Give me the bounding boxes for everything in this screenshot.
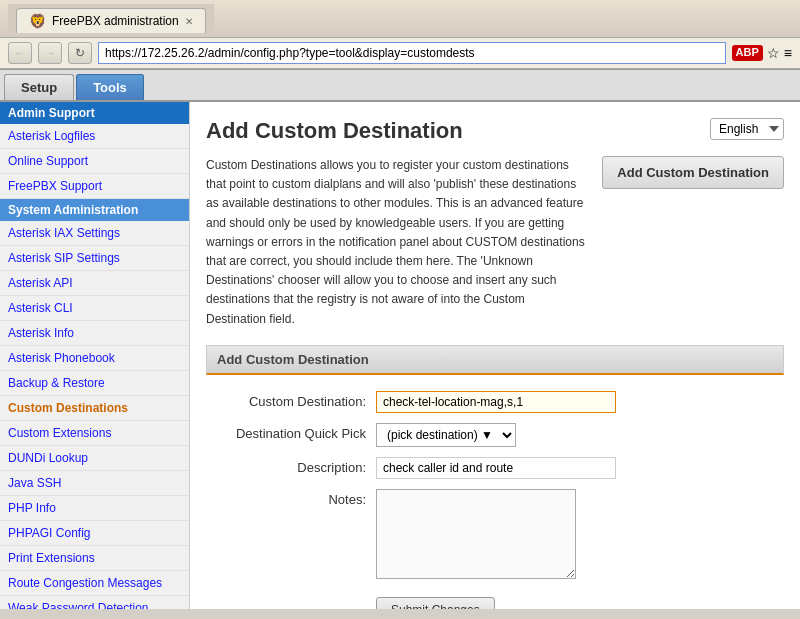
language-selector-container: English French Spanish	[710, 118, 784, 140]
sidebar-item-phpagi-config[interactable]: PHPAGI Config	[0, 521, 189, 546]
sidebar-item-freepbx-support[interactable]: FreePBX Support	[0, 174, 189, 199]
freepbx-icon: 🦁	[29, 13, 46, 29]
tab-tools[interactable]: Tools	[76, 74, 144, 100]
main-content: English French Spanish Add Custom Destin…	[190, 102, 800, 609]
menu-icon[interactable]: ≡	[784, 45, 792, 61]
custom-destination-row: Custom Destination:	[206, 391, 784, 413]
tab-setup[interactable]: Setup	[4, 74, 74, 100]
sidebar-item-asterisk-logfiles[interactable]: Asterisk Logfiles	[0, 124, 189, 149]
language-select[interactable]: English French Spanish	[710, 118, 784, 140]
description-input[interactable]	[376, 457, 616, 479]
sidebar-item-asterisk-phonebook[interactable]: Asterisk Phonebook	[0, 346, 189, 371]
notes-row: Notes:	[206, 489, 784, 579]
page-title: Add Custom Destination	[206, 118, 784, 144]
sidebar-admin-support-header: Admin Support	[0, 102, 189, 124]
form-section-header: Add Custom Destination	[206, 345, 784, 375]
sidebar-item-php-info[interactable]: PHP Info	[0, 496, 189, 521]
tab-bar: 🦁 FreePBX administration ✕	[8, 4, 214, 33]
custom-destination-label: Custom Destination:	[206, 391, 366, 409]
submit-changes-button[interactable]: Submit Changes	[376, 597, 495, 609]
sidebar-item-asterisk-api[interactable]: Asterisk API	[0, 271, 189, 296]
notes-textarea[interactable]	[376, 489, 576, 579]
back-button[interactable]: ←	[8, 42, 32, 64]
sidebar-item-weak-password[interactable]: Weak Password Detection	[0, 596, 189, 609]
address-bar: ← → ↻ ABP ☆ ≡	[0, 38, 800, 69]
sidebar-system-admin-header: System Administration	[0, 199, 189, 221]
destination-quick-pick-label: Destination Quick Pick	[206, 423, 366, 441]
top-nav: Setup Tools	[0, 70, 800, 102]
description-row: Description:	[206, 457, 784, 479]
addon-icons: ABP ☆ ≡	[732, 45, 792, 61]
bookmark-icon[interactable]: ☆	[767, 45, 780, 61]
sidebar-item-online-support[interactable]: Online Support	[0, 149, 189, 174]
title-bar: 🦁 FreePBX administration ✕	[0, 0, 800, 38]
description-text: Custom Destinations allows you to regist…	[206, 156, 586, 329]
sidebar-item-custom-extensions[interactable]: Custom Extensions	[0, 421, 189, 446]
sidebar-item-asterisk-cli[interactable]: Asterisk CLI	[0, 296, 189, 321]
sidebar-item-java-ssh[interactable]: Java SSH	[0, 471, 189, 496]
sidebar-item-route-congestion[interactable]: Route Congestion Messages	[0, 571, 189, 596]
add-custom-destination-button[interactable]: Add Custom Destination	[602, 156, 784, 189]
tab-close-button[interactable]: ✕	[185, 16, 193, 27]
sidebar-item-custom-destinations[interactable]: Custom Destinations	[0, 396, 189, 421]
sidebar-item-backup-restore[interactable]: Backup & Restore	[0, 371, 189, 396]
content-area: Admin Support Asterisk Logfiles Online S…	[0, 102, 800, 609]
freepbx-app: Setup Tools Admin Support Asterisk Logfi…	[0, 70, 800, 609]
destination-quick-pick-row: Destination Quick Pick (pick destination…	[206, 423, 784, 447]
browser-tab[interactable]: 🦁 FreePBX administration ✕	[16, 8, 206, 33]
adblock-icon: ABP	[732, 45, 763, 61]
description-label: Description:	[206, 457, 366, 475]
forward-button[interactable]: →	[38, 42, 62, 64]
custom-destination-input[interactable]	[376, 391, 616, 413]
submit-row: Submit Changes	[206, 589, 784, 609]
sidebar-item-dundi-lookup[interactable]: DUNDi Lookup	[0, 446, 189, 471]
notes-label: Notes:	[206, 489, 366, 507]
description-area: Custom Destinations allows you to regist…	[206, 156, 784, 329]
browser-chrome: 🦁 FreePBX administration ✕ ← → ↻ ABP ☆ ≡	[0, 0, 800, 70]
reload-button[interactable]: ↻	[68, 42, 92, 64]
tab-title: FreePBX administration	[52, 14, 179, 28]
sidebar-item-asterisk-info[interactable]: Asterisk Info	[0, 321, 189, 346]
sidebar-item-print-extensions[interactable]: Print Extensions	[0, 546, 189, 571]
address-input[interactable]	[98, 42, 726, 64]
sidebar-item-asterisk-iax[interactable]: Asterisk IAX Settings	[0, 221, 189, 246]
destination-quick-pick-select[interactable]: (pick destination) ▼	[376, 423, 516, 447]
sidebar-item-asterisk-sip[interactable]: Asterisk SIP Settings	[0, 246, 189, 271]
sidebar: Admin Support Asterisk Logfiles Online S…	[0, 102, 190, 609]
